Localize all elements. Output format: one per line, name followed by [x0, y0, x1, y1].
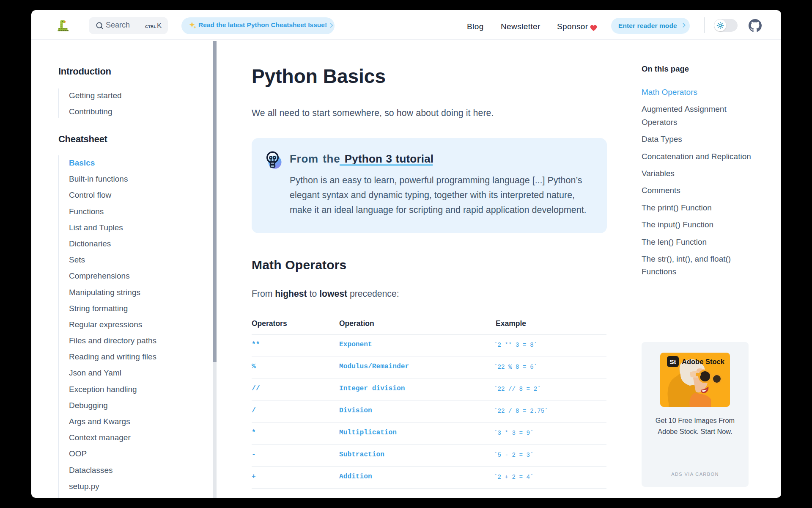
svg-text:St: St — [669, 358, 676, 365]
svg-text:Adobe Stock: Adobe Stock — [682, 358, 725, 365]
